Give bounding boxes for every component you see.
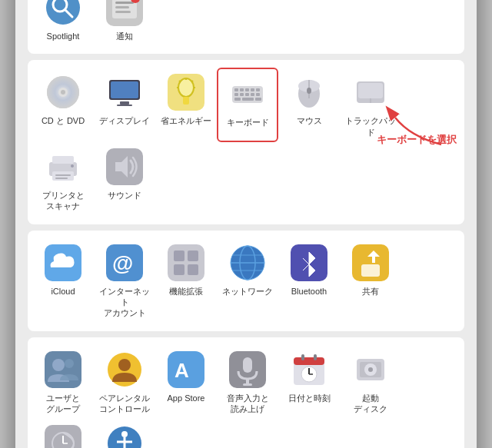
spotlight-icon — [43, 0, 83, 28]
svg-rect-118 — [314, 354, 317, 360]
content-area: FileNew 一般 デスクトップとスクリーンセーバ Dock — [15, 0, 477, 448]
users-icon — [43, 350, 83, 390]
printer-icon — [43, 147, 83, 187]
voice-icon — [228, 350, 268, 390]
svg-rect-64 — [256, 93, 260, 96]
network-icon — [228, 243, 268, 283]
keyboard-label: キーボード — [227, 117, 269, 128]
icloud-label: iCloud — [51, 286, 75, 297]
svg-rect-87 — [168, 244, 204, 281]
svg-rect-113 — [294, 357, 324, 365]
trackpad-label: トラックパッド — [343, 115, 398, 138]
pref-network[interactable]: ネットワーク — [217, 238, 278, 324]
pref-spotlight[interactable]: Spotlight — [32, 0, 94, 46]
svg-rect-76 — [52, 156, 74, 164]
voice-label: 音声入力と読み上げ — [227, 393, 269, 415]
datetime-label: 日付と時刻 — [288, 393, 331, 403]
pref-extension[interactable]: 機能拡張 — [155, 238, 217, 324]
keyboard-icon — [228, 74, 268, 114]
mouse-icon — [289, 72, 329, 112]
internet-icon: @ — [105, 243, 145, 283]
parental-label: ペアレンタルコントロール — [99, 393, 150, 415]
pref-notification[interactable]: 通知 — [94, 0, 155, 46]
timemachine-icon: Time — [43, 423, 83, 448]
svg-rect-53 — [183, 97, 189, 105]
pref-trackpad[interactable]: トラックパッド — [340, 68, 401, 142]
printer-label: プリンタとスキャナ — [42, 190, 85, 212]
display-label: ディスプレイ — [99, 115, 150, 126]
pref-display[interactable]: ディスプレイ — [94, 68, 155, 142]
svg-point-80 — [71, 164, 74, 168]
svg-point-129 — [121, 431, 128, 437]
pref-parental[interactable]: ペアレンタルコントロール — [94, 345, 155, 420]
svg-rect-90 — [174, 264, 184, 275]
trackpad-icon — [351, 72, 391, 112]
section2-grid: CD と DVD ディスプレイ 省エネルギー — [32, 68, 460, 216]
svg-point-41 — [61, 90, 65, 95]
extension-label: 機能拡張 — [169, 286, 203, 297]
svg-rect-45 — [117, 105, 132, 106]
svg-text:A: A — [175, 359, 189, 382]
svg-rect-78 — [55, 174, 71, 176]
svg-rect-55 — [234, 88, 238, 91]
section1-grid: FileNew 一般 デスクトップとスクリーンセーバ Dock — [32, 0, 460, 46]
svg-rect-100 — [361, 264, 380, 277]
sound-label: サウンド — [108, 190, 141, 201]
pref-energy[interactable]: 省エネルギー — [155, 68, 217, 142]
energy-icon — [166, 72, 206, 112]
svg-text:@: @ — [112, 251, 133, 275]
svg-point-102 — [52, 359, 65, 371]
pref-voice[interactable]: 音声入力と読み上げ — [217, 345, 278, 420]
pref-mouse[interactable]: マウス — [278, 68, 340, 142]
energy-label: 省エネルギー — [161, 115, 211, 126]
pref-keyboard[interactable]: キーボード — [217, 68, 278, 142]
pref-appstore[interactable]: A App Store — [155, 345, 217, 420]
svg-rect-36 — [115, 11, 131, 13]
svg-rect-63 — [251, 93, 254, 96]
cd-label: CD と DVD — [42, 115, 85, 126]
appstore-icon: A — [166, 350, 206, 390]
pref-users[interactable]: ユーザとグループ — [32, 345, 94, 420]
svg-rect-73 — [358, 83, 383, 98]
access-icon — [105, 423, 145, 448]
pref-access[interactable]: アクセシビリティ — [94, 419, 155, 448]
share-icon — [351, 243, 391, 283]
pref-printer[interactable]: プリンタとスキャナ — [32, 142, 94, 217]
system-preferences-window: ‹ › ⋮⋮ システム環境設定 🔍 ✕ FileNew 一般 — [15, 0, 477, 448]
svg-rect-66 — [242, 98, 254, 101]
icloud-icon — [43, 243, 83, 283]
svg-rect-117 — [301, 354, 304, 360]
display-icon — [105, 72, 145, 112]
pref-timemachine[interactable]: Time TimeMachine — [32, 419, 94, 448]
section-hardware: CD と DVD ディスプレイ 省エネルギー — [28, 60, 464, 224]
svg-point-105 — [118, 359, 131, 371]
pref-datetime[interactable]: 日付と時刻 — [278, 345, 340, 420]
svg-point-29 — [46, 0, 80, 25]
svg-rect-61 — [240, 93, 244, 96]
svg-rect-35 — [115, 6, 129, 8]
bluetooth-label: Bluetooth — [291, 286, 327, 297]
network-label: ネットワーク — [222, 286, 273, 297]
svg-rect-59 — [256, 88, 260, 91]
svg-rect-34 — [115, 2, 134, 4]
pref-icloud[interactable]: iCloud — [32, 238, 94, 324]
pref-sound[interactable]: サウンド — [94, 142, 155, 217]
startup-label: 起動ディスク — [354, 393, 387, 415]
pref-cd[interactable]: CD と DVD — [32, 68, 94, 142]
svg-rect-65 — [234, 98, 241, 101]
svg-rect-91 — [188, 264, 198, 275]
svg-rect-109 — [243, 357, 252, 373]
svg-line-49 — [191, 81, 193, 82]
pref-startup[interactable]: 起動ディスク — [340, 345, 401, 420]
pref-bluetooth[interactable]: Bluetooth — [278, 238, 340, 324]
svg-point-122 — [368, 367, 373, 372]
svg-rect-56 — [240, 88, 244, 91]
pref-share[interactable]: 共有 — [340, 238, 401, 324]
cd-icon — [43, 72, 83, 112]
pref-internet[interactable]: @ インターネットアカウント — [94, 238, 155, 324]
mouse-label: マウス — [297, 115, 322, 126]
svg-rect-89 — [188, 251, 198, 261]
section-internet: iCloud @ インターネットアカウント 機能拡張 — [28, 231, 464, 331]
svg-rect-110 — [246, 379, 249, 383]
svg-rect-44 — [120, 101, 129, 105]
